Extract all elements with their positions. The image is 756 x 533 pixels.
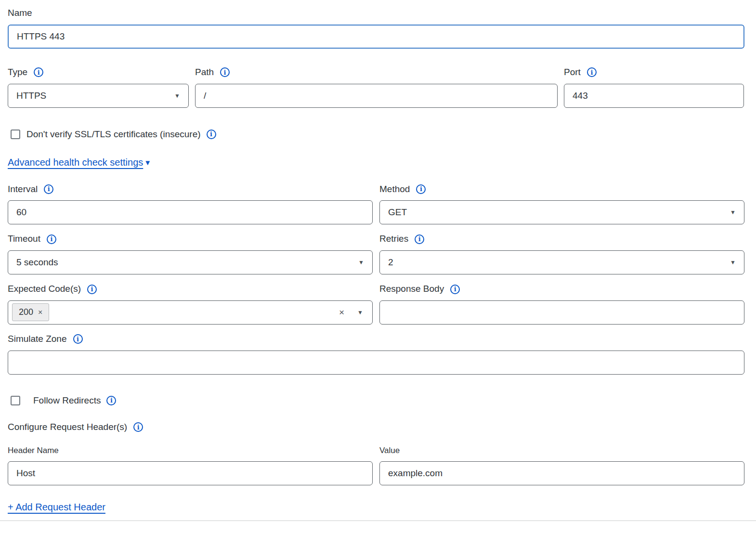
method-label: Method: [379, 184, 410, 195]
info-icon[interactable]: i: [47, 234, 56, 244]
follow-redirects-label: Follow Redirects: [33, 395, 101, 406]
header-name-field: Header Name: [8, 446, 373, 485]
add-request-header-link[interactable]: + Add Request Header: [8, 502, 105, 513]
info-icon[interactable]: i: [87, 285, 97, 294]
type-label: Type: [8, 67, 27, 78]
request-headers-label: Configure Request Header(s): [8, 422, 127, 433]
code-chip-value: 200: [19, 307, 33, 317]
info-icon[interactable]: i: [220, 67, 230, 77]
code-chip: 200 ×: [12, 303, 49, 321]
path-input[interactable]: [195, 84, 558, 108]
timeout-select-value: 5 seconds: [16, 257, 58, 268]
info-icon[interactable]: i: [450, 285, 460, 294]
timeout-field: Timeout i 5 seconds ▼: [8, 234, 373, 274]
health-check-form: Name Type i HTTPS ▼ Path i Port i: [0, 0, 756, 521]
response-body-label: Response Body: [379, 284, 444, 295]
info-icon[interactable]: i: [133, 422, 143, 432]
port-input[interactable]: [564, 84, 744, 108]
chevron-down-icon: ▼: [730, 260, 736, 265]
add-header-row: + Add Request Header: [8, 502, 744, 513]
simulate-zone-label: Simulate Zone: [8, 334, 67, 345]
port-field: Port i: [564, 67, 744, 108]
add-request-header-link-text: + Add Request Header: [8, 502, 105, 513]
path-field: Path i: [195, 67, 558, 108]
interval-field: Interval i: [8, 184, 373, 225]
clear-all-icon[interactable]: ×: [339, 308, 344, 317]
interval-input[interactable]: [8, 200, 373, 224]
retries-field: Retries i 2 ▼: [379, 234, 744, 274]
advanced-settings-link-text: Advanced health check settings: [8, 157, 143, 168]
info-icon[interactable]: i: [416, 184, 426, 194]
retries-label: Retries: [379, 234, 408, 245]
verify-ssl-row: Don't verify SSL/TLS certificates (insec…: [8, 129, 744, 140]
type-path-port-row: Type i HTTPS ▼ Path i Port i: [8, 67, 744, 108]
follow-redirects-checkbox[interactable]: [11, 396, 20, 405]
chevron-down-icon: ▼: [174, 93, 180, 99]
simulate-zone-field: Simulate Zone i: [8, 334, 744, 375]
timeout-retries-row: Timeout i 5 seconds ▼ Retries i 2 ▼: [8, 234, 744, 274]
simulate-zone-input[interactable]: [8, 351, 744, 375]
method-field: Method i GET ▼: [379, 184, 744, 225]
expected-codes-label: Expected Code(s): [8, 284, 81, 295]
type-field: Type i HTTPS ▼: [8, 67, 189, 108]
timeout-label: Timeout: [8, 234, 40, 245]
response-body-field: Response Body i: [379, 284, 744, 325]
retries-select[interactable]: 2 ▼: [379, 250, 744, 274]
section-divider: [0, 520, 756, 521]
request-header-row: Header Name Value: [8, 446, 744, 485]
method-select-value: GET: [388, 207, 407, 218]
type-select[interactable]: HTTPS ▼: [8, 84, 189, 108]
header-value-field: Value: [379, 446, 744, 485]
timeout-select[interactable]: 5 seconds ▼: [8, 250, 373, 274]
follow-redirects-row: Follow Redirects i: [8, 395, 744, 406]
info-icon[interactable]: i: [73, 334, 83, 344]
chevron-down-icon: ▼: [730, 209, 736, 215]
header-value-input[interactable]: [379, 461, 744, 485]
verify-ssl-label: Don't verify SSL/TLS certificates (insec…: [26, 129, 201, 140]
chevron-down-icon: ▼: [358, 260, 364, 265]
info-icon[interactable]: i: [106, 396, 116, 405]
request-headers-heading: Configure Request Header(s) i: [8, 422, 744, 433]
name-input[interactable]: [8, 25, 744, 49]
retries-select-value: 2: [388, 257, 393, 268]
header-value-column-label: Value: [379, 446, 400, 455]
port-label: Port: [564, 67, 581, 78]
expected-codes-multiselect[interactable]: 200 × × ▼: [8, 300, 373, 325]
chevron-down-icon: ▼: [357, 310, 363, 315]
info-icon[interactable]: i: [415, 234, 424, 244]
advanced-settings-link[interactable]: Advanced health check settings ▼: [8, 157, 151, 168]
header-name-column-label: Header Name: [8, 446, 59, 455]
interval-label: Interval: [8, 184, 38, 195]
name-label: Name: [8, 8, 32, 19]
type-select-value: HTTPS: [16, 91, 46, 101]
interval-method-row: Interval i Method i GET ▼: [8, 184, 744, 225]
header-name-input[interactable]: [8, 461, 373, 485]
info-icon[interactable]: i: [587, 67, 597, 77]
response-body-input[interactable]: [379, 300, 744, 325]
triangle-down-icon: ▼: [144, 159, 151, 166]
verify-ssl-checkbox[interactable]: [11, 130, 20, 139]
advanced-link-row: Advanced health check settings ▼: [8, 157, 744, 168]
method-select[interactable]: GET ▼: [379, 200, 744, 224]
path-label: Path: [195, 67, 214, 78]
codes-responsebody-row: Expected Code(s) i 200 × × ▼ Response Bo…: [8, 284, 744, 325]
name-field: Name: [8, 8, 744, 49]
info-icon[interactable]: i: [44, 184, 53, 194]
info-icon[interactable]: i: [34, 67, 43, 77]
remove-code-icon[interactable]: ×: [38, 309, 42, 316]
expected-codes-field: Expected Code(s) i 200 × × ▼: [8, 284, 373, 325]
info-icon[interactable]: i: [207, 130, 216, 139]
